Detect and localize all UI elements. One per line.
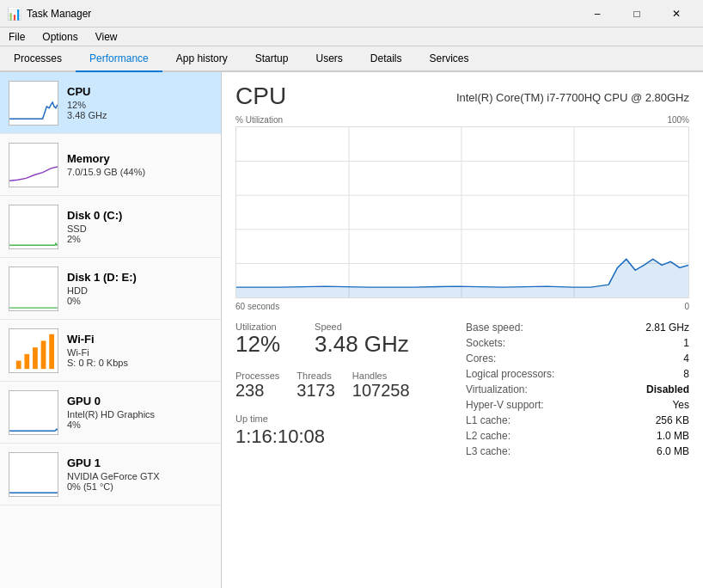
handles-label: Handles (352, 371, 410, 381)
cpu-sidebar-info: CPU 12% 3.48 GHz (67, 85, 212, 120)
chart-x-left: 60 seconds (235, 302, 279, 311)
sidebar-item-disk0[interactable]: Disk 0 (C:) SSD 2% (0, 196, 221, 258)
cpu-sidebar-name: CPU (67, 85, 212, 98)
memory-sidebar-info: Memory 7.0/15.9 GB (44%) (67, 152, 212, 177)
tab-performance[interactable]: Performance (76, 46, 162, 72)
disk1-sidebar-name: Disk 1 (D: E:) (67, 271, 212, 284)
cpu-title: CPU (235, 83, 286, 109)
sidebar: CPU 12% 3.48 GHz Memory 7.0/15.9 GB (44%… (0, 72, 222, 588)
svg-rect-6 (24, 353, 29, 368)
svg-rect-2 (9, 205, 58, 248)
chart-y-label: % Utilization (235, 115, 283, 125)
disk0-sidebar-name: Disk 0 (C:) (67, 209, 212, 222)
sidebar-item-disk1[interactable]: Disk 1 (D: E:) HDD 0% (0, 258, 221, 320)
hyperv-key: Hyper-V support: (466, 399, 544, 411)
bottom-left-stats: Utilization 12% Speed 3.48 GHz Processes… (235, 322, 449, 461)
menu-options[interactable]: Options (34, 28, 86, 46)
disk0-thumbnail (9, 205, 58, 249)
cpu-sidebar-speed: 3.48 GHz (67, 110, 212, 120)
memory-sidebar-detail: 7.0/15.9 GB (44%) (67, 167, 212, 177)
gpu1-sidebar-name: GPU 1 (67, 456, 212, 469)
base-speed-val: 2.81 GHz (645, 322, 689, 334)
menu-view[interactable]: View (87, 28, 126, 46)
base-speed-key: Base speed: (466, 322, 523, 334)
disk0-sidebar-usage: 2% (67, 234, 212, 244)
sidebar-item-gpu0[interactable]: GPU 0 Intel(R) HD Graphics 4% (0, 382, 221, 444)
svg-rect-8 (41, 340, 46, 369)
chart-y-max: 100% (667, 115, 689, 125)
menu-bar: File Options View (0, 28, 703, 46)
sidebar-item-wifi[interactable]: Wi-Fi Wi-Fi S: 0 R: 0 Kbps (0, 320, 221, 382)
sockets-val: 1 (683, 337, 689, 349)
main-content: CPU 12% 3.48 GHz Memory 7.0/15.9 GB (44%… (0, 72, 703, 588)
l3-key: L3 cache: (466, 445, 510, 457)
tab-users[interactable]: Users (302, 46, 356, 72)
virtualization-val: Disabled (646, 383, 689, 395)
gpu1-thumbnail (9, 452, 58, 497)
app-title: Task Manager (27, 8, 578, 20)
cpu-chart (235, 126, 689, 298)
l2-val: 1.0 MB (657, 430, 689, 442)
gpu0-sidebar-name: GPU 0 (67, 395, 212, 407)
menu-file[interactable]: File (0, 28, 34, 46)
spec-l3: L3 cache: 6.0 MB (466, 445, 689, 457)
wifi-sidebar-name: Wi-Fi (67, 333, 212, 346)
wifi-thumbnail (9, 328, 58, 373)
panel-title: CPU (235, 83, 286, 110)
tab-startup[interactable]: Startup (241, 46, 303, 72)
handles-value: 107258 (352, 381, 410, 400)
wifi-sidebar-ssid: Wi-Fi (67, 347, 212, 358)
tab-details[interactable]: Details (357, 46, 416, 72)
threads-value: 3173 (296, 381, 335, 400)
cpu-thumbnail (9, 81, 58, 126)
spec-logical: Logical processors: 8 (466, 368, 689, 380)
minimize-button[interactable]: – (578, 0, 617, 28)
maximize-button[interactable]: □ (617, 0, 657, 28)
svg-rect-11 (9, 453, 58, 496)
svg-rect-10 (9, 391, 58, 434)
utilization-value: 12% (235, 332, 280, 357)
virtualization-key: Virtualization: (466, 383, 528, 395)
sidebar-item-memory[interactable]: Memory 7.0/15.9 GB (44%) (0, 134, 221, 196)
spec-sockets: Sockets: 1 (466, 337, 689, 349)
close-button[interactable]: ✕ (657, 0, 696, 28)
l1-key: L1 cache: (466, 414, 510, 426)
chart-label-bottom: 60 seconds 0 (235, 302, 689, 311)
svg-rect-5 (16, 360, 21, 369)
sockets-key: Sockets: (466, 337, 505, 349)
gpu1-sidebar-info: GPU 1 NVIDIA GeForce GTX 0% (51 °C) (67, 456, 212, 492)
tab-services[interactable]: Services (416, 46, 483, 72)
cpu-sidebar-detail: 12% (67, 100, 212, 110)
gpu0-sidebar-info: GPU 0 Intel(R) HD Graphics 4% (67, 395, 212, 430)
tab-app-history[interactable]: App history (162, 46, 241, 72)
tab-bar: Processes Performance App history Startu… (0, 46, 703, 72)
tab-processes[interactable]: Processes (0, 46, 76, 72)
logical-val: 8 (683, 368, 689, 380)
gpu0-sidebar-model: Intel(R) HD Graphics (67, 409, 212, 420)
cpu-specs: Base speed: 2.81 GHz Sockets: 1 Cores: 4… (466, 322, 689, 461)
uptime-label: Up time (235, 413, 449, 424)
spec-l2: L2 cache: 1.0 MB (466, 430, 689, 442)
processes-value: 238 (235, 381, 279, 400)
spec-virtualization: Virtualization: Disabled (466, 383, 689, 395)
handles-stat: Handles 107258 (352, 371, 410, 400)
svg-rect-0 (9, 82, 58, 125)
spec-cores: Cores: 4 (466, 352, 689, 364)
sidebar-item-gpu1[interactable]: GPU 1 NVIDIA GeForce GTX 0% (51 °C) (0, 444, 221, 505)
svg-rect-7 (33, 347, 38, 369)
spec-l1: L1 cache: 256 KB (466, 414, 689, 426)
cores-val: 4 (683, 352, 689, 364)
panel-subtitle: Intel(R) Core(TM) i7-7700HQ CPU @ 2.80GH… (456, 83, 689, 104)
title-bar: 📊 Task Manager – □ ✕ (0, 0, 703, 28)
sidebar-item-cpu[interactable]: CPU 12% 3.48 GHz (0, 72, 221, 134)
chart-label-top: % Utilization 100% (235, 115, 689, 125)
gpu0-thumbnail (9, 390, 58, 435)
wifi-sidebar-info: Wi-Fi Wi-Fi S: 0 R: 0 Kbps (67, 333, 212, 368)
svg-marker-19 (236, 259, 688, 297)
memory-thumbnail (9, 143, 58, 187)
disk0-sidebar-info: Disk 0 (C:) SSD 2% (67, 209, 212, 244)
disk0-sidebar-type: SSD (67, 224, 212, 234)
gpu0-sidebar-usage: 4% (67, 420, 212, 430)
l2-key: L2 cache: (466, 430, 510, 442)
threads-stat: Threads 3173 (296, 371, 335, 400)
